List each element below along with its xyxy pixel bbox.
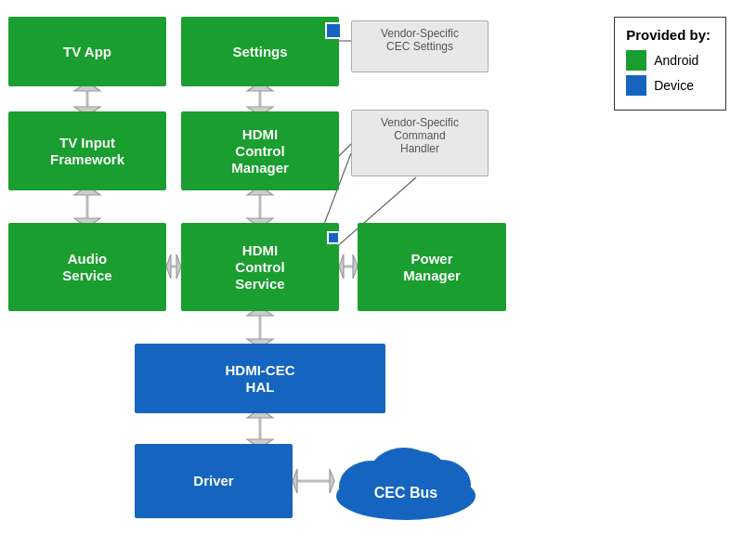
- diagram-container: TV App Settings TV InputFramework HDMICo…: [0, 0, 743, 560]
- svg-line-30: [339, 144, 351, 156]
- svg-marker-27: [293, 469, 297, 493]
- device-indicator-settings: [327, 24, 340, 37]
- hdmi-control-service-box: HDMIControlService: [181, 223, 339, 311]
- legend-device: Device: [626, 75, 710, 96]
- driver-box: Driver: [135, 444, 293, 518]
- svg-text:CEC Bus: CEC Bus: [374, 485, 438, 501]
- tv-input-framework-box: TV InputFramework: [8, 111, 166, 190]
- vendor-cec-settings-box: Vendor-SpecificCEC Settings: [351, 20, 489, 72]
- device-color-swatch: [626, 75, 646, 96]
- android-color-swatch: [626, 50, 646, 71]
- android-label: Android: [654, 53, 698, 68]
- legend: Provided by: Android Device: [614, 17, 726, 111]
- legend-android: Android: [626, 50, 710, 71]
- cec-bus-cloud: CEC Bus: [320, 429, 492, 522]
- device-label: Device: [654, 78, 694, 93]
- hdmi-control-manager-box: HDMIControlManager: [181, 111, 339, 190]
- power-manager-box: PowerManager: [358, 223, 506, 311]
- svg-marker-15: [166, 254, 171, 279]
- vendor-command-handler-box: Vendor-SpecificCommandHandler: [351, 110, 489, 176]
- settings-box: Settings: [181, 17, 339, 86]
- legend-title: Provided by:: [626, 27, 710, 43]
- tv-app-box: TV App: [8, 17, 166, 86]
- hdmi-cec-hal-box: HDMI-CECHAL: [135, 344, 385, 413]
- svg-marker-18: [339, 254, 344, 279]
- audio-service-box: AudioService: [8, 223, 166, 311]
- device-indicator-hdmi-service: [327, 231, 340, 244]
